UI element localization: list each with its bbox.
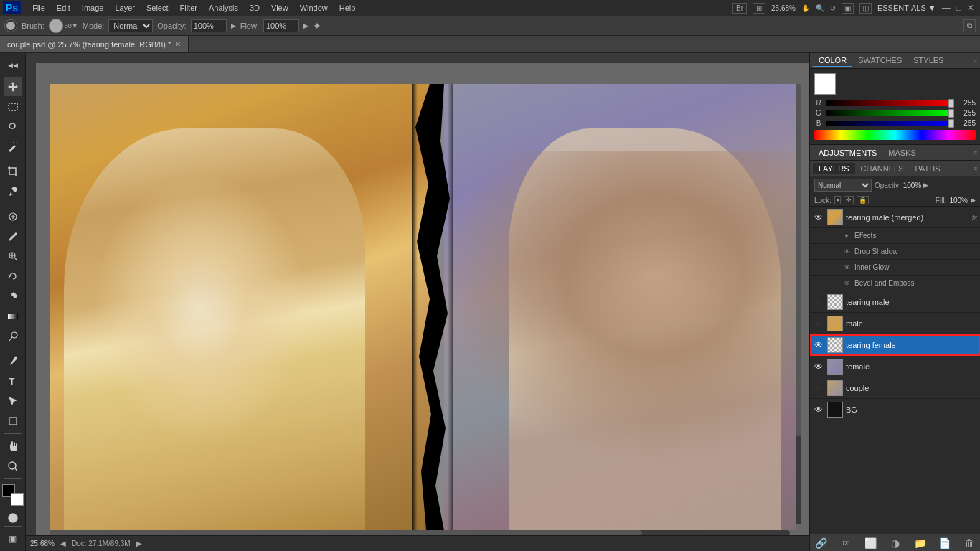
zoom-level[interactable]: 25.68% — [30, 540, 55, 547]
menu-help[interactable]: Help — [334, 0, 362, 16]
lock-position-icon[interactable]: ✛ — [844, 196, 854, 204]
flow-input[interactable] — [263, 19, 299, 32]
menu-window[interactable]: Window — [294, 0, 334, 16]
clone-stamp-tool[interactable] — [4, 248, 22, 266]
menu-view[interactable]: View — [265, 0, 294, 16]
path-select-tool[interactable] — [4, 392, 22, 410]
mode-select[interactable]: Normal — [108, 19, 153, 32]
zoom-tool[interactable] — [4, 457, 22, 476]
layer-row-bg[interactable]: 👁 BG — [810, 399, 980, 420]
screen-mode-button[interactable]: ▣ — [4, 529, 22, 548]
move-tool[interactable] — [4, 77, 22, 96]
pen-tool[interactable] — [4, 352, 22, 371]
type-tool[interactable]: T — [4, 372, 22, 390]
opacity-input[interactable] — [191, 19, 227, 32]
new-group-button[interactable]: 📁 — [913, 537, 926, 550]
tab-styles[interactable]: STYLES — [908, 55, 949, 67]
link-layers-button[interactable]: 🔗 — [814, 537, 827, 550]
fill-value[interactable]: 100% — [949, 197, 968, 204]
menu-filter[interactable]: Filter — [174, 0, 203, 16]
new-layer-button[interactable]: 📄 — [938, 537, 951, 550]
layer-row-tearing-male-merged[interactable]: 👁 tearing male (merged) fx — [810, 207, 980, 228]
bridge-icon[interactable]: Br — [732, 3, 747, 14]
add-fx-button[interactable]: fx — [839, 537, 852, 550]
layer-visibility-bg[interactable]: 👁 — [813, 404, 824, 415]
menu-file[interactable]: File — [27, 0, 51, 16]
opacity-value[interactable]: 100% — [903, 182, 922, 189]
flow-arrow[interactable]: ▶ — [303, 22, 308, 29]
menu-image[interactable]: Image — [76, 0, 110, 16]
layer-row-male[interactable]: 👁 male — [810, 313, 980, 334]
fill-arrow[interactable]: ▶ — [971, 197, 976, 204]
menu-layer[interactable]: Layer — [109, 0, 141, 16]
nav-right-arrow[interactable]: ▶ — [136, 540, 142, 547]
menu-analysis[interactable]: Analysis — [203, 0, 244, 16]
clone-source-icon[interactable]: ⧉ — [963, 19, 976, 32]
hand-tool[interactable] — [4, 437, 22, 456]
lock-pixels-icon[interactable]: ▪ — [834, 196, 841, 204]
tab-swatches[interactable]: SWATCHES — [852, 55, 908, 67]
delete-layer-button[interactable]: 🗑 — [963, 537, 976, 550]
layers-panel-collapse[interactable]: ≡ — [974, 165, 977, 172]
inner-glow-row[interactable]: 👁 Inner Glow — [810, 260, 980, 276]
color-spectrum-bar[interactable] — [814, 130, 976, 140]
menu-edit[interactable]: Edit — [51, 0, 76, 16]
history-brush-tool[interactable] — [4, 267, 22, 286]
collapse-toolbar-button[interactable]: ◀◀ — [4, 56, 22, 75]
brush-preset-picker[interactable] — [4, 19, 17, 32]
maximize-icon[interactable]: □ — [956, 3, 961, 13]
new-adjustment-layer-button[interactable]: ◑ — [889, 537, 902, 550]
close-icon[interactable]: ✕ — [967, 3, 974, 13]
drop-shadow-row[interactable]: 👁 Drop Shadow — [810, 244, 980, 260]
adj-panel-collapse[interactable]: ≡ — [974, 149, 977, 156]
inner-glow-eye-icon[interactable]: 👁 — [842, 263, 852, 273]
foreground-swatch[interactable] — [814, 73, 836, 95]
lasso-tool[interactable] — [4, 118, 22, 136]
layer-visibility-tearing-male[interactable]: 👁 — [813, 296, 824, 308]
tab-channels[interactable]: CHANNELS — [855, 163, 910, 174]
tab-color[interactable]: COLOR — [813, 55, 852, 67]
lock-all-icon[interactable]: 🔒 — [857, 196, 869, 204]
brush-tool[interactable] — [4, 227, 22, 246]
menu-select[interactable]: Select — [141, 0, 174, 16]
screen-mode-icon[interactable]: ▣ — [842, 3, 854, 14]
minimize-icon[interactable]: — — [942, 3, 951, 13]
drop-shadow-eye-icon[interactable]: 👁 — [842, 247, 852, 257]
tab-layers[interactable]: LAYERS — [813, 163, 855, 174]
g-slider[interactable] — [826, 110, 954, 116]
opacity-arrow[interactable]: ▶ — [923, 182, 928, 189]
document-canvas[interactable] — [50, 84, 796, 530]
zoom-tool-icon[interactable]: 🔍 — [816, 4, 824, 12]
healing-brush-tool[interactable] — [4, 207, 22, 226]
document-tab[interactable]: couple.psd @ 25.7% (tearing female, RGB/… — [0, 36, 189, 52]
tab-adjustments[interactable]: ADJUSTMENTS — [813, 147, 882, 159]
eyedropper-tool[interactable] — [4, 182, 22, 201]
r-slider[interactable] — [826, 100, 954, 106]
layer-fx-icon[interactable]: fx — [972, 214, 977, 221]
bevel-emboss-eye-icon[interactable]: 👁 — [842, 278, 852, 288]
magic-wand-tool[interactable] — [4, 137, 22, 156]
layer-row-couple[interactable]: 👁 couple — [810, 377, 980, 399]
layer-visibility-couple[interactable]: 👁 — [813, 382, 824, 394]
color-swatches[interactable] — [2, 484, 24, 506]
layer-row-tearing-female[interactable]: 👁 tearing female — [810, 334, 980, 356]
b-slider[interactable] — [826, 121, 954, 126]
mini-bridge-icon[interactable]: ⊞ — [753, 3, 765, 14]
shape-tool[interactable] — [4, 412, 22, 430]
layer-visibility-tearing-female[interactable]: 👁 — [813, 339, 824, 351]
add-mask-button[interactable]: ⬜ — [864, 537, 877, 550]
quick-mask-icon[interactable] — [8, 513, 18, 523]
dodge-tool[interactable] — [4, 327, 22, 346]
gradient-tool[interactable] — [4, 307, 22, 326]
vertical-scrollbar[interactable] — [796, 84, 801, 524]
background-color[interactable] — [11, 493, 24, 506]
hand-tool-icon[interactable]: ✋ — [801, 4, 810, 12]
layer-row-female[interactable]: 👁 female — [810, 356, 980, 377]
crop-tool[interactable] — [4, 162, 22, 181]
view-extras-icon[interactable]: ◫ — [859, 3, 872, 14]
canvas-area[interactable]: 25.68% ◀ Doc: 27.1M/89.3M ▶ — [26, 53, 809, 551]
layer-visibility-female[interactable]: 👁 — [813, 361, 824, 372]
brush-dropdown-arrow[interactable]: ▼ — [72, 22, 78, 29]
essentials-button[interactable]: ESSENTIALS ▼ — [877, 4, 936, 12]
color-panel-collapse[interactable]: ≡ — [974, 57, 977, 65]
